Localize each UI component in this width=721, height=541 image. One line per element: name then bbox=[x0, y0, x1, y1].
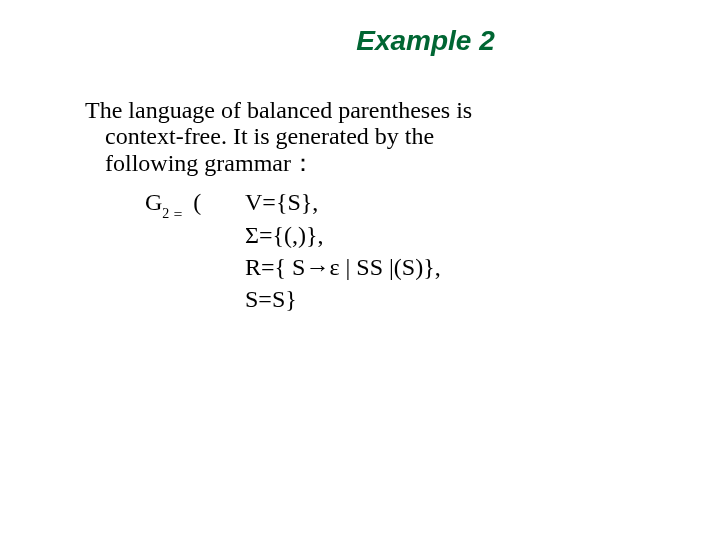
grammar-R-line: R={ S→ε | SS |(S)}, bbox=[245, 251, 441, 283]
grammar-R-label: R bbox=[245, 254, 261, 280]
body-line-1: The language of balanced parentheses is bbox=[85, 97, 472, 123]
slide: Example 2 The language of balanced paren… bbox=[0, 0, 721, 541]
body-line-3: following grammar： bbox=[105, 150, 676, 176]
grammar-equals: ＝ bbox=[171, 206, 185, 221]
grammar-Sigma-rest: ={(,)}, bbox=[259, 222, 324, 248]
slide-title: Example 2 bbox=[55, 25, 676, 57]
grammar-Sigma-label: Σ bbox=[245, 222, 259, 248]
grammar-left-label: G2＝ ( bbox=[145, 186, 245, 222]
body-paragraph: The language of balanced parentheses is … bbox=[85, 97, 676, 176]
grammar-openparen: ( bbox=[193, 189, 201, 215]
grammar-G: G bbox=[145, 189, 162, 215]
grammar-S-line: S=S} bbox=[245, 283, 441, 315]
grammar-right-lines: V={S}, Σ={(,)}, R={ S→ε | SS |(S)}, S=S} bbox=[245, 186, 441, 316]
grammar-V-label: V bbox=[245, 189, 262, 215]
grammar-V-line: V={S}, bbox=[245, 186, 441, 218]
grammar-R-rest: ={ S→ε | SS |(S)}, bbox=[261, 254, 441, 280]
body-line-2: context-free. It is generated by the bbox=[105, 123, 676, 149]
grammar-V-rest: ={S}, bbox=[262, 189, 318, 215]
grammar-S-label: S bbox=[245, 286, 258, 312]
grammar-subscript: 2 bbox=[162, 206, 169, 221]
grammar-S-rest: =S} bbox=[258, 286, 296, 312]
grammar-Sigma-line: Σ={(,)}, bbox=[245, 219, 441, 251]
grammar-definition: G2＝ ( V={S}, Σ={(,)}, R={ S→ε | SS |(S)}… bbox=[145, 186, 676, 316]
